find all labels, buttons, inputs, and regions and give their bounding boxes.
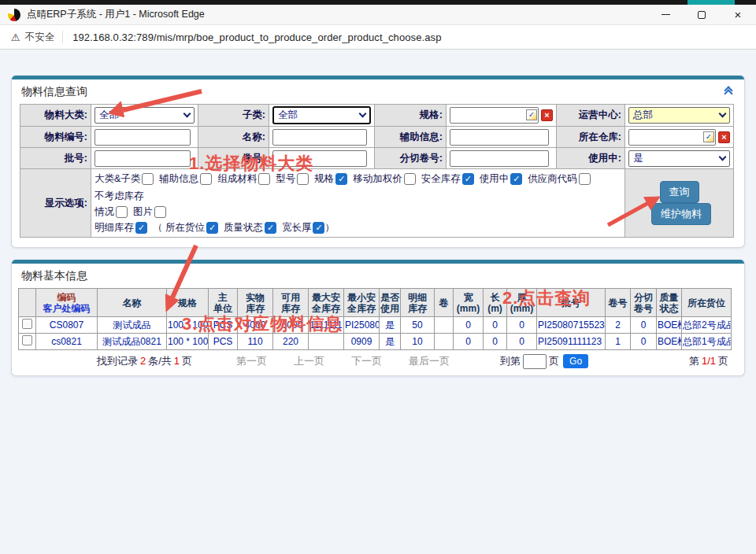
annotation-step3: 3.点击对应物料信息 — [182, 312, 343, 336]
table-cell: 是 — [380, 317, 401, 334]
batch-no-input[interactable] — [94, 150, 191, 167]
display-option-checkbox[interactable] — [116, 206, 128, 218]
display-option-label: 图片 — [133, 204, 153, 220]
column-header: 明细 库存 — [401, 289, 435, 317]
column-header: 所在货位 — [682, 289, 732, 317]
row-checkbox[interactable] — [22, 335, 32, 345]
table-header-row: 编码客户处编码名称规格主 单位实物 库存可用 库存最大安 全库存最小安 全库存是… — [19, 289, 732, 317]
minimize-button[interactable] — [647, 5, 684, 24]
material-no-label: 物料编号: — [20, 127, 91, 148]
slit-roll-no-label: 分切卷号: — [375, 148, 447, 169]
display-option-checkbox[interactable]: ✓ — [265, 222, 276, 234]
clear-icon[interactable]: × — [541, 109, 553, 121]
clear-icon[interactable]: × — [718, 131, 730, 143]
display-option-label: （ 所在货位 — [153, 220, 205, 235]
display-options-line1: 大类&子类辅助信息组成材料型号规格✓移动加权价安全库存✓使用中✓供应商代码不考虑… — [94, 171, 621, 204]
spec-label: 规格: — [375, 105, 447, 127]
column-header: 质量 状态 — [657, 289, 682, 317]
page-url: 192.168.0.32:789/mis/mrp/boe_product_to_… — [72, 31, 441, 43]
close-button[interactable]: × — [720, 5, 756, 24]
table-cell: PI25080 — [344, 317, 380, 334]
maintain-material-button[interactable]: 维护物料 — [651, 203, 711, 225]
maximize-button[interactable] — [684, 5, 720, 24]
maximize-icon — [698, 11, 706, 19]
display-option: 质量状态✓ — [224, 220, 276, 235]
go-button[interactable]: Go — [563, 354, 588, 368]
subcategory-select[interactable]: 全部 — [272, 106, 371, 124]
next-page-link[interactable]: 下一页 — [351, 354, 382, 368]
table-cell: 0 — [484, 334, 507, 350]
display-option-checkbox[interactable]: ✓ — [313, 222, 324, 234]
table-cell: 测试成品0821 — [98, 334, 167, 350]
name-input[interactable] — [272, 129, 367, 146]
table-cell: 总部1号成品仓 — [682, 334, 732, 350]
close-icon: × — [735, 9, 742, 20]
display-option: （ 所在货位✓ — [153, 220, 218, 235]
collapse-panel-icon[interactable] — [725, 87, 735, 97]
page-content: 物料信息查询 物料大类: 全部 子类: 全部 — [0, 76, 756, 554]
row-checkbox[interactable] — [22, 319, 32, 329]
window-controls: × — [647, 5, 756, 24]
display-option-label: 大类&子类 — [94, 171, 140, 187]
display-option-checkbox[interactable] — [154, 206, 166, 218]
window-title: 点晴ERP子系统 - 用户1 - Microsoft Edge — [27, 8, 647, 21]
column-header: 编码客户处编码 — [36, 289, 98, 317]
chevron-down-icon — [183, 110, 191, 118]
display-option-label: 宽长厚 — [282, 220, 312, 235]
display-option: 宽长厚✓） — [282, 220, 335, 235]
goto-page-input[interactable] — [523, 354, 547, 369]
goto-page-label: 到第 — [500, 354, 521, 368]
last-page-link[interactable]: 最后一页 — [409, 354, 450, 368]
category-select[interactable]: 全部 — [94, 107, 195, 124]
display-option: 明细库存✓ — [94, 220, 147, 235]
batch-no-label: 批号: — [20, 148, 91, 169]
chevron-down-icon — [719, 153, 727, 161]
goto-page-unit: 页 — [549, 354, 559, 368]
picker-icon[interactable]: ✓ — [526, 109, 537, 120]
table-cell: CS0807 — [36, 317, 98, 334]
query-panel: 物料信息查询 物料大类: 全部 子类: 全部 — [11, 76, 745, 248]
display-option-checkbox[interactable]: ✓ — [462, 173, 474, 185]
table-cell: BOE检 — [657, 317, 682, 334]
op-center-select[interactable]: 总部 — [628, 107, 730, 124]
display-option-label: 明细库存 — [94, 220, 134, 235]
current-page: 1/1 — [699, 355, 718, 367]
column-header: 宽 (mm) — [454, 289, 484, 317]
query-button[interactable]: 查询 — [660, 181, 699, 203]
display-option-checkbox[interactable]: ✓ — [510, 173, 522, 185]
display-option-checkbox[interactable] — [404, 173, 416, 185]
display-options-label: 显示选项: — [20, 169, 91, 238]
address-bar[interactable]: ⚠ 不安全 192.168.0.32:789/mis/mrp/boe_produ… — [0, 25, 756, 50]
slit-roll-no-input[interactable] — [450, 150, 549, 167]
table-row[interactable]: cs0821测试成品0821100 * 100PCS1102200909是100… — [19, 334, 732, 350]
display-option-checkbox[interactable]: ✓ — [135, 222, 147, 234]
aux-info-input[interactable] — [450, 129, 549, 146]
result-panel-title: 物料基本信息 — [21, 269, 87, 283]
minimize-icon — [662, 14, 670, 15]
in-use-label: 使用中: — [557, 148, 625, 169]
aux-info-label: 辅助信息: — [375, 127, 447, 148]
first-page-link[interactable]: 第一页 — [236, 354, 267, 368]
display-option-label: 安全库存 — [421, 171, 461, 187]
display-option-checkbox[interactable] — [579, 173, 591, 185]
pagination-bar: 找到记录2条/共1页 第一页 上一页 下一页 最后一页 到第 页 Go 第1/1… — [12, 350, 744, 375]
display-option-checkbox[interactable]: ✓ — [335, 173, 347, 185]
display-option-checkbox[interactable]: ✓ — [206, 222, 218, 234]
prev-page-link[interactable]: 上一页 — [294, 354, 324, 368]
display-option-label: 规格 — [314, 171, 334, 187]
material-no-input[interactable] — [94, 129, 191, 146]
display-option-label: 使用中 — [480, 171, 510, 187]
display-option: 大类&子类 — [94, 171, 154, 187]
picker-icon[interactable]: ✓ — [703, 131, 714, 142]
display-option: 移动加权价 — [353, 171, 416, 187]
display-option: 供应商代码 — [528, 171, 591, 187]
table-cell — [435, 334, 454, 350]
table-row[interactable]: CS0807测试成品100 * 100PCS4000-60001111111PI… — [19, 317, 732, 334]
column-header: 最小安 全库存 — [344, 289, 380, 317]
page-count: 1 — [172, 355, 182, 367]
table-cell: 0 — [484, 317, 507, 334]
chevron-down-icon — [719, 110, 727, 118]
display-option: 不考虑库存 — [94, 188, 144, 204]
display-option-checkbox[interactable] — [142, 173, 154, 185]
in-use-select[interactable]: 是 — [628, 150, 730, 167]
